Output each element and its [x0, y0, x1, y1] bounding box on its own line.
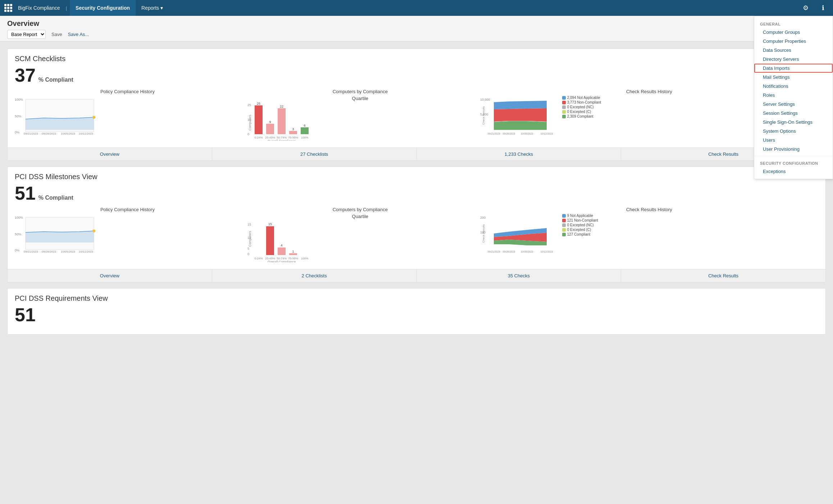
svg-text:4: 4: [281, 244, 282, 247]
svg-text:10/05/2023: 10/05/2023: [520, 250, 533, 253]
scm-card-footer: Overview 27 Checklists 1,233 Checks Chec…: [8, 147, 825, 160]
pci-req-stat: 51: [15, 305, 818, 324]
pci-dss-card-body: PCI DSS Milestones View 51 % Compliant P…: [8, 167, 825, 269]
save-button[interactable]: Save: [49, 31, 65, 38]
svg-text:100%: 100%: [301, 257, 308, 260]
menu-sso-settings[interactable]: Single Sign-On Settings: [754, 118, 833, 127]
reports-label: Reports: [141, 5, 159, 11]
scm-charts-row: Policy Compliance History 100% 50% 0%: [15, 89, 818, 142]
reports-caret: ▾: [160, 5, 163, 11]
scm-legend: 2,094 Not Applicable 3,773 Non-Compliant…: [562, 96, 605, 118]
menu-data-imports[interactable]: Data Imports: [754, 64, 833, 73]
pci-dss-card-title: PCI DSS Milestones View: [15, 173, 818, 181]
svg-text:6: 6: [304, 124, 305, 127]
content-area: SCM Checklists 37 % Compliant Policy Com…: [0, 41, 833, 504]
svg-rect-17: [278, 108, 286, 134]
legend-dot-ec: [562, 110, 566, 114]
svg-text:0: 0: [247, 252, 249, 256]
pci-footer-checklists[interactable]: 2 Checklists: [212, 269, 417, 282]
svg-text:100%: 100%: [15, 216, 23, 219]
scm-footer-checklists[interactable]: 27 Checklists: [212, 148, 417, 160]
pci-footer-overview[interactable]: Overview: [8, 269, 212, 282]
svg-text:0: 0: [247, 132, 249, 136]
svg-rect-56: [266, 226, 274, 255]
menu-user-provisioning[interactable]: User Provisioning: [754, 145, 833, 154]
svg-point-5: [92, 116, 95, 119]
pci-legend-dot-na: [562, 214, 566, 218]
scm-quartile-chart: Computers by Compliance Quartile 25 10 0…: [247, 89, 473, 142]
svg-text:50%: 50%: [15, 232, 21, 236]
menu-notifications[interactable]: Notifications: [754, 82, 833, 91]
svg-text:0-24%: 0-24%: [254, 257, 263, 260]
legend-dot-c: [562, 115, 566, 118]
legend-compliant: 2,309 Compliant: [562, 114, 605, 118]
svg-text:10/05/2023: 10/05/2023: [61, 132, 76, 135]
svg-text:09/21/2023: 09/21/2023: [24, 132, 38, 135]
svg-text:10/05/2023: 10/05/2023: [520, 132, 533, 135]
svg-text:25: 25: [257, 102, 260, 105]
svg-text:50-74%: 50-74%: [277, 136, 287, 139]
scm-card-body: SCM Checklists 37 % Compliant Policy Com…: [8, 49, 825, 147]
scm-policy-chart: Policy Compliance History 100% 50% 0%: [15, 89, 240, 136]
menu-session-settings[interactable]: Session Settings: [754, 109, 833, 118]
menu-data-sources[interactable]: Data Sources: [754, 46, 833, 55]
page-header: Overview Base Report Save Save As...: [0, 16, 833, 41]
menu-mail-settings[interactable]: Mail Settings: [754, 73, 833, 82]
pci-legend-ec: 0 Excepted (C): [562, 228, 605, 232]
pci-req-number: 51: [15, 305, 36, 324]
svg-rect-15: [266, 124, 274, 134]
svg-rect-13: [255, 105, 263, 134]
svg-rect-19: [289, 131, 297, 134]
scm-footer-overview[interactable]: Overview: [8, 148, 212, 160]
svg-marker-35: [494, 121, 547, 130]
legend-excepted-nc: 0 Excepted (NC): [562, 105, 605, 109]
dropdown-menu: General Computer Groups Computer Propert…: [754, 41, 833, 179]
navbar: BigFix Compliance | Security Configurati…: [0, 0, 833, 16]
pci-legend-na: 9 Not Applicable: [562, 214, 605, 218]
nav-section-label[interactable]: Security Configuration: [70, 0, 136, 16]
svg-text:09/21/2023: 09/21/2023: [487, 250, 500, 253]
pci-dss-number: 51: [15, 184, 36, 203]
svg-marker-32: [494, 101, 547, 109]
menu-server-settings[interactable]: Server Settings: [754, 100, 833, 109]
menu-system-options[interactable]: System Options: [754, 127, 833, 136]
menu-roles[interactable]: Roles: [754, 91, 833, 100]
settings-icon[interactable]: ⚙: [800, 2, 811, 14]
svg-text:Check Results: Check Results: [482, 224, 485, 243]
save-as-button[interactable]: Save As...: [68, 32, 89, 37]
menu-exceptions[interactable]: Exceptions: [754, 167, 833, 176]
menu-directory-servers[interactable]: Directory Servers: [754, 55, 833, 64]
svg-marker-33: [494, 108, 547, 122]
scm-number: 37: [15, 66, 36, 85]
reports-dropdown[interactable]: Reports ▾: [136, 0, 169, 16]
svg-text:3: 3: [292, 127, 294, 131]
svg-text:15: 15: [268, 222, 272, 226]
pci-footer-checks[interactable]: 35 Checks: [417, 269, 622, 282]
info-icon[interactable]: ℹ: [817, 2, 829, 14]
pci-footer-results[interactable]: Check Results: [621, 269, 825, 282]
menu-users[interactable]: Users: [754, 136, 833, 145]
pci-dss-charts-row: Policy Compliance History 100% 50% 0% 09…: [15, 207, 818, 263]
legend-dot-na: [562, 96, 566, 100]
pci-policy-svg: 100% 50% 0% 09/21/2023 09/28/2023 10/05/…: [15, 214, 97, 253]
svg-text:09/28/2023: 09/28/2023: [502, 250, 515, 253]
pci-req-card: PCI DSS Requirements View 51: [7, 288, 826, 335]
svg-text:09/28/2023: 09/28/2023: [42, 250, 56, 253]
legend-not-applicable: 2,094 Not Applicable: [562, 96, 605, 100]
grid-menu-icon[interactable]: [4, 4, 12, 12]
svg-text:25-49%: 25-49%: [265, 257, 275, 260]
svg-text:15: 15: [247, 223, 251, 226]
brand-label[interactable]: BigFix Compliance: [18, 5, 60, 11]
pci-dss-stat: 51 % Compliant: [15, 184, 818, 203]
legend-non-compliant: 3,773 Non-Compliant: [562, 100, 605, 104]
pci-results-svg: 200 100 09/21/2023 09/28/2023 10/05/2023…: [480, 214, 559, 253]
svg-text:10/12/2023: 10/12/2023: [79, 132, 94, 135]
pci-results-title: Check Results History: [480, 207, 818, 212]
scm-footer-checks[interactable]: 1,233 Checks: [417, 148, 622, 160]
base-report-select[interactable]: Base Report: [7, 30, 46, 39]
pci-legend-enc: 0 Excepted (NC): [562, 223, 605, 227]
svg-marker-4: [26, 117, 94, 130]
svg-text:0-24%: 0-24%: [254, 136, 263, 139]
svg-text:100%: 100%: [15, 98, 23, 101]
menu-computer-properties[interactable]: Computer Properties: [754, 41, 833, 46]
